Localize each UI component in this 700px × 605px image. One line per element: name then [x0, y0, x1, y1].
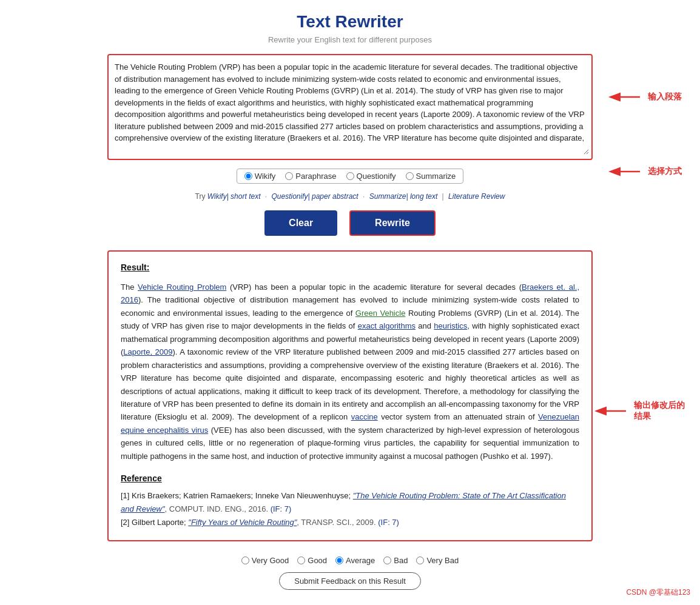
- rating-good[interactable]: Good: [297, 556, 327, 565]
- separator-3: |: [442, 192, 446, 201]
- reference-list: [1] Kris Braekers; Katrien Ramaekers; In…: [121, 489, 579, 529]
- rating-bad[interactable]: Bad: [383, 556, 408, 565]
- arrow-output-icon: [593, 402, 629, 420]
- separator-2: ·: [363, 192, 365, 201]
- mode-paraphrase-label: Paraphrase: [295, 172, 336, 181]
- rating-average[interactable]: Average: [335, 556, 375, 565]
- ref2-journal: , TRANSP. SCI., 2009.: [297, 518, 378, 527]
- rating-good-label: Good: [308, 556, 327, 565]
- rating-bad-radio[interactable]: [383, 557, 391, 564]
- mode-paraphrase-radio[interactable]: [285, 172, 293, 180]
- reference-item-1: [1] Kris Braekers; Katrien Ramaekers; In…: [121, 489, 579, 516]
- mode-paraphrase[interactable]: Paraphrase: [285, 172, 336, 181]
- annotation-input-text: 输入段落: [648, 92, 682, 102]
- rating-very-bad-radio[interactable]: [416, 557, 424, 564]
- annotation-mode-text: 选择方式: [648, 166, 682, 177]
- link-vaccine[interactable]: vaccine: [351, 412, 378, 421]
- rating-very-bad[interactable]: Very Bad: [416, 556, 459, 565]
- arrow-input-icon: [607, 88, 643, 106]
- hint-literature-link[interactable]: Literature Review: [448, 192, 505, 201]
- ref1-if: (IF: 7): [271, 504, 292, 513]
- page-subtitle: Rewrite your English text for different …: [107, 35, 593, 44]
- ref1-num: [1]: [121, 491, 132, 500]
- link-heuristics[interactable]: heuristics: [434, 321, 467, 330]
- annotation-output: 输出修改后的 结果: [593, 400, 685, 422]
- annotation-output-text: 输出修改后的 结果: [634, 400, 685, 422]
- hint-wikify-link[interactable]: Wikify| short text: [207, 192, 261, 201]
- rating-average-label: Average: [346, 556, 375, 565]
- mode-wikify[interactable]: Wikify: [244, 172, 276, 181]
- reference-label: Reference: [121, 473, 579, 483]
- page-title: Text Rewriter: [107, 12, 593, 32]
- feedback-section: Very Good Good Average Bad Very Bad: [107, 556, 593, 590]
- mode-summarize[interactable]: Summarize: [406, 172, 456, 181]
- link-green-vehicle[interactable]: Green Vehicle: [355, 309, 406, 318]
- text-input[interactable]: The Vehicle Routing Problem (VRP) has be…: [111, 58, 589, 155]
- link-vrp[interactable]: Vehicle Routing Problem: [138, 282, 226, 292]
- rating-bad-label: Bad: [394, 556, 408, 565]
- input-section: The Vehicle Routing Problem (VRP) has be…: [107, 54, 593, 160]
- rewrite-button[interactable]: Rewrite: [349, 210, 436, 236]
- ref2-if: (IF: 7): [378, 518, 399, 527]
- arrow-mode-icon: [607, 162, 643, 181]
- rating-very-good-label: Very Good: [252, 556, 289, 565]
- rating-good-radio[interactable]: [297, 557, 305, 564]
- link-venezuelan[interactable]: Venezuelan equine encephalitis virus: [121, 412, 579, 434]
- link-laporte-2009[interactable]: Laporte, 2009: [123, 347, 172, 356]
- result-text: The Vehicle Routing Problem (VRP) has be…: [121, 281, 579, 463]
- mode-options-container: Wikify Paraphrase Questionify Summarize: [237, 169, 464, 184]
- buttons-row: Clear Rewrite: [107, 210, 593, 236]
- rating-options: Very Good Good Average Bad Very Bad: [241, 556, 459, 565]
- rating-very-good[interactable]: Very Good: [241, 556, 289, 565]
- mode-questionify-radio[interactable]: [346, 172, 354, 180]
- result-section: Result: The Vehicle Routing Problem (VRP…: [107, 250, 593, 541]
- rating-very-bad-label: Very Bad: [426, 556, 459, 565]
- mode-questionify[interactable]: Questionify: [346, 172, 396, 181]
- mode-wikify-label: Wikify: [255, 172, 276, 181]
- mode-section: Wikify Paraphrase Questionify Summarize: [107, 169, 593, 187]
- hint-questionify-link[interactable]: Questionify| paper abstract: [272, 192, 358, 201]
- link-exact-algorithms[interactable]: exact algorithms: [358, 321, 416, 330]
- annotation-mode: 选择方式: [607, 162, 682, 181]
- rating-average-radio[interactable]: [335, 557, 343, 564]
- mode-summarize-radio[interactable]: [406, 172, 414, 180]
- clear-button[interactable]: Clear: [264, 210, 337, 236]
- mode-questionify-label: Questionify: [357, 172, 396, 181]
- separator-1: ·: [265, 192, 267, 201]
- reference-item-2: [2] Gilbert Laporte; "Fifty Years of Veh…: [121, 516, 579, 529]
- mode-wikify-radio[interactable]: [244, 172, 252, 180]
- submit-feedback-button[interactable]: Submit Feedback on this Result: [279, 572, 421, 590]
- mode-summarize-label: Summarize: [416, 172, 456, 181]
- annotation-input: 输入段落: [607, 88, 682, 106]
- ref1-journal: , COMPUT. IND. ENG., 2016.: [165, 504, 271, 513]
- mode-hints: Try Wikify| short text · Questionify| pa…: [107, 192, 593, 201]
- hint-summarize-link[interactable]: Summarize| long text: [369, 192, 438, 201]
- ref2-num: [2]: [121, 518, 132, 527]
- rating-very-good-radio[interactable]: [241, 557, 249, 564]
- ref2-title[interactable]: "Fifty Years of Vehicle Routing": [188, 518, 297, 527]
- ref1-authors: Kris Braekers; Katrien Ramaekers; Inneke…: [132, 491, 353, 500]
- result-label: Result:: [121, 262, 579, 272]
- csdn-watermark: CSDN @零基础123: [626, 587, 690, 598]
- ref2-authors: Gilbert Laporte;: [132, 518, 188, 527]
